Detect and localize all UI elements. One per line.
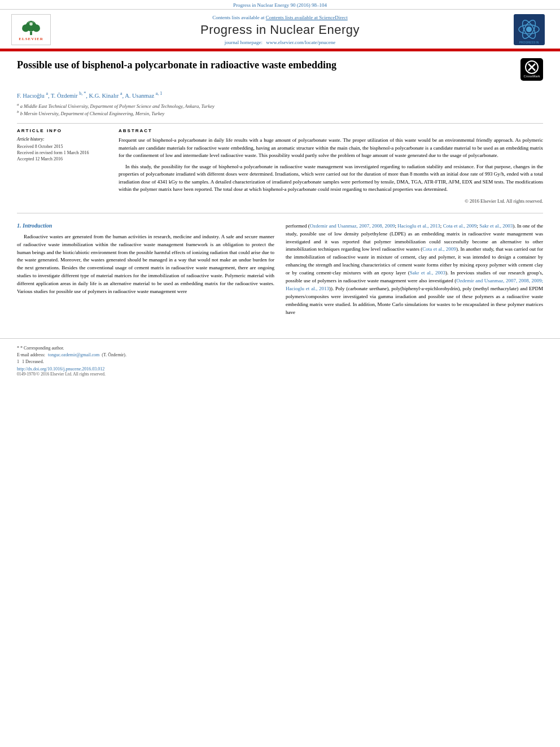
article-info-abstract: ARTICLE INFO Article history: Received 8… — [17, 123, 543, 204]
abstract-para1: Frequent use of bisphenol-a polycarbonat… — [119, 137, 543, 160]
author-sup-a3: a, 1 — [156, 91, 163, 96]
revised-date: Received in revised form 1 March 2016 — [17, 150, 107, 155]
email-label: E-mail address: — [17, 352, 45, 357]
received-date: Received 8 October 2015 — [17, 144, 107, 149]
article-info-column: ARTICLE INFO Article history: Received 8… — [17, 128, 107, 204]
sciencedirect-text[interactable]: Contents lists available at ScienceDirec… — [266, 15, 348, 20]
elsevier-logo: ELSEVIER — [11, 14, 51, 45]
author-sup-a2: a — [120, 91, 123, 96]
ref-cota-2009[interactable]: Cota et al., 2009 — [443, 223, 477, 229]
affiliation-a: a a Middle East Technical University, De… — [17, 102, 543, 109]
article-footer: * * Corresponding author. E-mail address… — [0, 338, 560, 381]
dagger-text: 1 Deceased. — [22, 359, 44, 364]
abstract-para2: In this study, the possibility for the u… — [119, 163, 543, 194]
elsevier-brand-text: ELSEVIER — [19, 37, 43, 41]
journal-name: Progress in Nuclear Energy — [62, 23, 498, 37]
ref-sakr-2003b[interactable]: Sakr et al., 2003 — [410, 270, 445, 276]
email-address[interactable]: tonguc.ozdemir@gmail.com — [48, 352, 99, 357]
corresponding-author-note: * * Corresponding author. — [17, 346, 543, 351]
author-sup-a1: a — [46, 91, 48, 96]
dagger-note: 1 1 Deceased. — [17, 359, 543, 364]
nuclear-icon: PROGRESS IN NUCLEAR ENERGY — [514, 14, 545, 45]
intro-number: 1. — [17, 222, 23, 229]
elsevier-tree-icon — [20, 19, 42, 36]
intro-para1: Radioactive wastes are generated from th… — [17, 233, 274, 296]
article-history: Article history: Received 8 October 2015… — [17, 137, 107, 161]
sciencedirect-prefix: Contents lists available at — [212, 15, 265, 20]
author-t-ozdemir: T. Özdemir — [51, 93, 78, 99]
intro-label: Introduction — [23, 222, 52, 229]
accepted-date: Accepted 12 March 2016 — [17, 156, 107, 161]
ref-cota-2009b[interactable]: Cota et al., 2009 — [422, 246, 456, 252]
article-content: Possible use of bisphenol-a polycarbonat… — [0, 58, 560, 333]
history-label: Article history: — [17, 137, 107, 142]
ref-sakr-2003[interactable]: Sakr et al., 2003 — [479, 223, 513, 229]
journal-logo-right: PROGRESS IN NUCLEAR ENERGY — [509, 14, 549, 45]
abstract-header: ABSTRACT — [119, 128, 543, 133]
affil-sup-a: a — [17, 102, 19, 107]
ref-hacioglu-2013[interactable]: Hacioglu et al., 2013 — [397, 223, 440, 229]
affil-b-text: b Mersin University, Department of Chemi… — [20, 111, 165, 116]
main-left: 1. Introduction Radioactive wastes are g… — [17, 222, 274, 321]
authors-line: F. Hacıoğlu a, T. Özdemir b, *, K.G. Kin… — [17, 91, 543, 99]
intro-para2: performed (Ozdemir and Usanmaz, 2007, 20… — [286, 222, 543, 317]
author-sup-b: b, * — [79, 91, 86, 96]
red-divider — [0, 50, 560, 51]
homepage-url[interactable]: www.elsevier.com/locate/pnucene — [266, 40, 335, 45]
affiliation-b: b b Mersin University, Department of Che… — [17, 110, 543, 116]
svg-text:CrossMark: CrossMark — [523, 75, 540, 78]
elsevier-logo-area: ELSEVIER — [11, 14, 51, 45]
main-right: performed (Ozdemir and Usanmaz, 2007, 20… — [286, 222, 543, 321]
email-person: (T. Özdemir). — [102, 352, 126, 357]
svg-point-3 — [33, 24, 40, 32]
homepage-label: journal homepage: — [225, 40, 262, 45]
abstract-text: Frequent use of bisphenol-a polycarbonat… — [119, 137, 543, 194]
dagger-symbol: 1 — [17, 359, 19, 364]
author-f-hacioglu: F. Hacıoğlu — [17, 93, 45, 99]
email-note: E-mail address: tonguc.ozdemir@gmail.com… — [17, 352, 543, 357]
article-title: Possible use of bisphenol-a polycarbonat… — [17, 58, 520, 72]
affil-a-text: a Middle East Technical University, Depa… — [20, 103, 215, 108]
abstract-column: ABSTRACT Frequent use of bisphenol-a pol… — [119, 128, 543, 204]
svg-point-6 — [526, 27, 532, 32]
intro-heading: 1. Introduction — [17, 222, 274, 229]
doi-link[interactable]: http://dx.doi.org/10.1016/j.pnucene.2016… — [17, 366, 543, 372]
svg-text:NUCLEAR ENERGY: NUCLEAR ENERGY — [518, 45, 539, 45]
crossmark-icon: CrossMark — [520, 58, 543, 81]
svg-point-2 — [22, 24, 29, 32]
ref-ozdemir-prev[interactable]: Ozdemir and Usanmaz, 2007, 2008, 2009; H… — [286, 278, 543, 291]
ref-ozdemir-2007[interactable]: Ozdemir and Usanmaz, 2007, 2008, 2009 — [310, 223, 395, 229]
svg-text:PROGRESS IN: PROGRESS IN — [519, 41, 539, 44]
article-info-header: ARTICLE INFO — [17, 128, 107, 133]
corresponding-star: * — [17, 346, 19, 351]
corresponding-text: * Corresponding author. — [20, 346, 64, 351]
journal-bar-text: Progress in Nuclear Energy 90 (2016) 98–… — [233, 2, 327, 8]
journal-bar: Progress in Nuclear Energy 90 (2016) 98–… — [0, 0, 560, 10]
affil-sup-b: b — [17, 110, 19, 114]
svg-rect-0 — [30, 31, 32, 35]
main-body: 1. Introduction Radioactive wastes are g… — [17, 222, 543, 321]
crossmark-area: CrossMark — [520, 58, 543, 82]
author-a-usanmaz: A. Usanmaz — [125, 93, 154, 99]
issn-text: 0149-1970/© 2016 Elsevier Ltd. All right… — [17, 372, 543, 377]
article-title-section: Possible use of bisphenol-a polycarbonat… — [17, 58, 543, 86]
copyright-line: © 2016 Elsevier Ltd. All rights reserved… — [119, 198, 543, 204]
author-k-kinalir: K.G. Kinalır — [89, 93, 119, 99]
sciencedirect-link[interactable]: Contents lists available at Contents lis… — [62, 15, 498, 20]
journal-header: ELSEVIER Contents lists available at Con… — [0, 10, 560, 50]
journal-title-area: Contents lists available at Contents lis… — [51, 15, 509, 45]
journal-homepage: journal homepage: www.elsevier.com/locat… — [62, 40, 498, 45]
affiliations: a a Middle East Technical University, De… — [17, 102, 543, 117]
section-divider — [17, 213, 543, 213]
